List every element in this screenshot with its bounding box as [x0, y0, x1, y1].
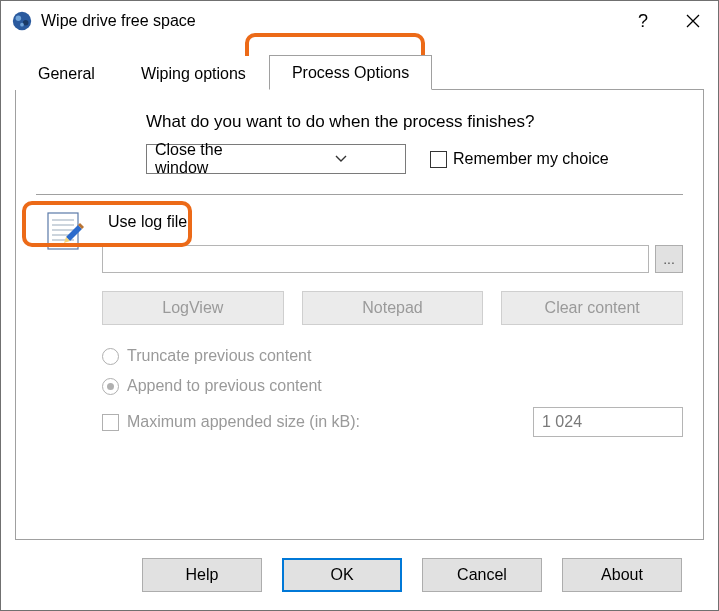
- clear-content-button[interactable]: Clear content: [501, 291, 683, 325]
- finish-prompt: What do you want to do when the process …: [146, 112, 683, 132]
- remember-choice-checkbox[interactable]: Remember my choice: [430, 150, 609, 168]
- dialog-window: Wipe drive free space ? General Wiping o…: [0, 0, 719, 611]
- finish-row: Close the window Remember my choice: [146, 144, 683, 174]
- max-size-row: Maximum appended size (in kB):: [102, 407, 683, 437]
- tab-general[interactable]: General: [15, 56, 118, 90]
- tab-process-options[interactable]: Process Options: [269, 55, 432, 90]
- dialog-footer: Help OK Cancel About: [15, 540, 704, 610]
- button-label: Cancel: [457, 566, 507, 584]
- close-button[interactable]: [668, 1, 718, 41]
- combo-value: Close the window: [147, 141, 276, 177]
- log-buttons-row: LogView Notepad Clear content: [102, 291, 683, 325]
- max-size-checkbox[interactable]: Maximum appended size (in kB):: [102, 413, 360, 431]
- button-label: Notepad: [362, 299, 423, 317]
- log-file-icon: [42, 209, 86, 253]
- tab-label: General: [38, 65, 95, 82]
- app-icon: [11, 10, 33, 32]
- button-label: About: [601, 566, 643, 584]
- window-title: Wipe drive free space: [41, 12, 618, 30]
- help-button[interactable]: ?: [618, 1, 668, 41]
- use-log-checkbox[interactable]: Use log file: [102, 213, 683, 231]
- log-body: Use log file ... LogView Notepad Clear c…: [102, 213, 683, 437]
- tab-wiping-options[interactable]: Wiping options: [118, 56, 269, 90]
- titlebar: Wipe drive free space ?: [1, 1, 718, 41]
- svg-point-3: [20, 23, 24, 27]
- radio-indicator: [102, 348, 119, 365]
- log-path-row: ...: [102, 245, 683, 273]
- checkbox-box: [430, 151, 447, 168]
- radio-label: Append to previous content: [127, 377, 322, 395]
- spinner-input[interactable]: [534, 408, 719, 436]
- button-label: Clear content: [545, 299, 640, 317]
- log-path-input[interactable]: [102, 245, 649, 273]
- browse-button[interactable]: ...: [655, 245, 683, 273]
- svg-text:?: ?: [638, 11, 648, 31]
- tab-label: Wiping options: [141, 65, 246, 82]
- button-label: OK: [330, 566, 353, 584]
- chevron-down-icon: [276, 155, 405, 163]
- max-size-spinner[interactable]: [533, 407, 683, 437]
- svg-point-0: [13, 12, 31, 30]
- client-area: General Wiping options Process Options W…: [1, 41, 718, 610]
- radio-indicator: [102, 378, 119, 395]
- notepad-button[interactable]: Notepad: [302, 291, 484, 325]
- help-dialog-button[interactable]: Help: [142, 558, 262, 592]
- checkbox-label: Remember my choice: [453, 150, 609, 168]
- tabs: General Wiping options Process Options: [15, 55, 704, 90]
- button-label: LogView: [162, 299, 223, 317]
- logview-button[interactable]: LogView: [102, 291, 284, 325]
- append-radio[interactable]: Append to previous content: [102, 377, 683, 395]
- checkbox-label: Use log file: [108, 213, 187, 231]
- button-label: Help: [186, 566, 219, 584]
- checkbox-label: Maximum appended size (in kB):: [127, 413, 360, 431]
- divider: [36, 194, 683, 195]
- browse-label: ...: [663, 251, 675, 267]
- svg-point-1: [16, 16, 21, 22]
- radio-label: Truncate previous content: [127, 347, 311, 365]
- about-button[interactable]: About: [562, 558, 682, 592]
- log-section: Use log file ... LogView Notepad Clear c…: [36, 213, 683, 437]
- tab-panel: What do you want to do when the process …: [15, 89, 704, 540]
- checkbox-box: [102, 414, 119, 431]
- cancel-button[interactable]: Cancel: [422, 558, 542, 592]
- ok-button[interactable]: OK: [282, 558, 402, 592]
- finish-action-combo[interactable]: Close the window: [146, 144, 406, 174]
- tab-label: Process Options: [292, 64, 409, 81]
- truncate-radio[interactable]: Truncate previous content: [102, 347, 683, 365]
